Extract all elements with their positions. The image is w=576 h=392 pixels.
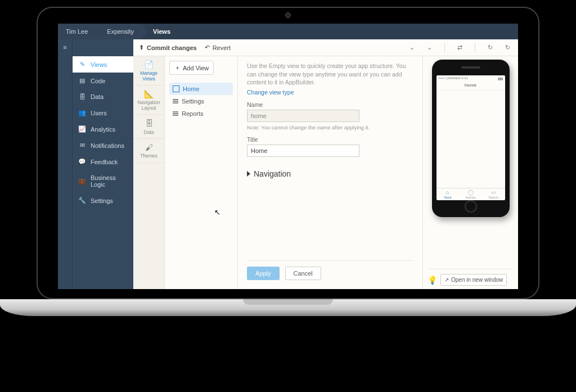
view-item-label: Settings xyxy=(182,98,204,105)
chart-icon: 📈 xyxy=(78,125,86,133)
sidebar-item-label: Feedback xyxy=(91,159,118,165)
help-text: Use the Empty view to quickly create you… xyxy=(247,62,413,87)
crumb-section[interactable]: Views xyxy=(142,24,178,39)
name-label: Name xyxy=(247,101,413,108)
reload-icon[interactable]: ↻ xyxy=(503,44,512,51)
sidebar-item-settings[interactable]: 🔧 Settings xyxy=(73,192,133,209)
sidebar-item-data[interactable]: 🗄 Data xyxy=(73,89,133,105)
name-input[interactable] xyxy=(247,110,359,122)
list-view-icon xyxy=(173,111,178,116)
sidebar-item-label: Views xyxy=(91,61,107,68)
database-icon: 🗄 xyxy=(78,93,86,100)
sidebar-item-label: Notifications xyxy=(91,142,124,149)
open-new-window-label: Open in new window xyxy=(451,277,503,283)
secnav-themes[interactable]: 🖌 Themes xyxy=(133,139,164,163)
phone-tab-bar: ⌂ Home ◯ Settings ▭ xyxy=(436,188,505,200)
secnav-data[interactable]: 🗄 Data xyxy=(133,115,164,139)
view-item-label: Reports xyxy=(182,110,204,117)
caret-right-icon xyxy=(247,171,250,177)
home-icon: ⌂ xyxy=(446,190,449,195)
empty-view-icon xyxy=(173,85,179,92)
briefcase-icon: 💼 xyxy=(78,178,86,185)
secnav-label: Data xyxy=(144,129,154,135)
view-list-panel: ＋ Add View Home Settings xyxy=(165,56,238,289)
chevron-down-icon[interactable]: ⌄ xyxy=(407,44,417,51)
plus-icon: ＋ xyxy=(174,64,181,72)
secnav-label: Navigation Layout xyxy=(137,100,160,110)
cancel-button[interactable]: Cancel xyxy=(285,267,321,280)
upload-icon: ⬆ xyxy=(139,44,144,51)
layout-icon: 📐 xyxy=(134,90,163,98)
toolbar: ⬆ Commit changes ↶ Revert ⌄ ⌄ ⇄ xyxy=(133,39,518,56)
phone-view-title: Home xyxy=(436,82,505,91)
phone-tab-reports[interactable]: ▭ Reports xyxy=(482,188,505,200)
sidebar-item-notifications[interactable]: ✉ Notifications xyxy=(73,137,133,154)
sidebar-item-users[interactable]: 👥 Users xyxy=(73,105,133,121)
phone-tab-home[interactable]: ⌂ Home xyxy=(436,188,460,200)
sidebar-item-label: Code xyxy=(91,78,105,84)
wrench-icon: 🔧 xyxy=(78,197,86,204)
hamburger-column: ≡ xyxy=(58,39,73,289)
sidebar-item-label: Settings xyxy=(91,197,113,204)
secnav-navigation-layout[interactable]: 📐 Navigation Layout xyxy=(133,85,164,115)
view-item-settings[interactable]: Settings xyxy=(169,95,233,107)
crumb-user[interactable]: Tim Lee xyxy=(58,24,96,39)
menu-icon[interactable]: ≡ xyxy=(63,44,66,289)
name-note: Note: You cannot change the name after a… xyxy=(247,124,413,130)
sidebar-item-label: Data xyxy=(91,93,104,100)
commit-label: Commit changes xyxy=(147,44,197,51)
sidebar-item-label: Business Logic xyxy=(91,174,128,188)
main-sidebar: ✎ Views ▤ Code 🗄 Data 👥 Users xyxy=(73,39,133,289)
change-view-type-link[interactable]: Change view type xyxy=(247,89,413,96)
list-view-icon xyxy=(173,99,178,103)
view-item-reports[interactable]: Reports xyxy=(169,107,233,120)
sidebar-item-label: Users xyxy=(91,110,107,116)
open-new-window-button[interactable]: ↗ Open in new window xyxy=(440,274,507,286)
users-icon: 👥 xyxy=(78,109,86,116)
preview-panel: ••••• CARRIER 9:41 ▮▮▮ Home ⌂ Home xyxy=(422,56,518,289)
chevron-down-icon[interactable]: ⌄ xyxy=(425,44,434,51)
commit-button[interactable]: ⬆ Commit changes xyxy=(139,44,197,51)
view-editor-form: Use the Empty view to quickly create you… xyxy=(238,56,422,289)
secondary-nav: 📄 Manage Views 📐 Navigation Layout 🗄 Dat… xyxy=(133,56,165,289)
sidebar-item-code[interactable]: ▤ Code xyxy=(73,73,133,89)
code-icon: ▤ xyxy=(78,77,86,84)
title-input[interactable] xyxy=(247,145,359,157)
add-view-button[interactable]: ＋ Add View xyxy=(169,61,214,75)
sidebar-item-business-logic[interactable]: 💼 Business Logic xyxy=(73,170,133,192)
revert-label: Revert xyxy=(213,44,231,51)
navigation-section-label: Navigation xyxy=(254,169,291,178)
revert-button[interactable]: ↶ Revert xyxy=(205,44,231,51)
pencil-icon: ✎ xyxy=(78,61,86,68)
navigation-section-header[interactable]: Navigation xyxy=(247,169,413,178)
secnav-manage-views[interactable]: 📄 Manage Views xyxy=(133,56,164,85)
db-icon: 🗄 xyxy=(134,119,163,128)
refresh-icon[interactable]: ↻ xyxy=(485,44,495,51)
title-label: Title xyxy=(247,136,413,143)
report-icon: ▭ xyxy=(491,190,496,195)
breadcrumb-bar: Tim Lee Expensity Views xyxy=(58,24,518,39)
gear-icon: ◯ xyxy=(468,190,474,195)
lightbulb-icon[interactable]: 💡 xyxy=(428,276,437,285)
crumb-project[interactable]: Expensity xyxy=(96,24,142,39)
apply-button[interactable]: Apply xyxy=(247,267,280,280)
add-view-label: Add View xyxy=(183,65,209,71)
swap-icon[interactable]: ⇄ xyxy=(455,44,465,51)
undo-icon: ↶ xyxy=(205,44,210,51)
sidebar-item-analytics[interactable]: 📈 Analytics xyxy=(73,121,133,137)
secnav-label: Manage Views xyxy=(140,70,158,81)
phone-preview: ••••• CARRIER 9:41 ▮▮▮ Home ⌂ Home xyxy=(432,60,510,217)
webcam xyxy=(285,12,291,18)
page-icon: 📄 xyxy=(134,61,163,69)
sidebar-item-feedback[interactable]: 💬 Feedback xyxy=(73,154,133,170)
view-item-label: Home xyxy=(183,85,199,92)
view-item-home[interactable]: Home xyxy=(169,83,233,95)
bubble-icon: 💬 xyxy=(78,158,86,165)
cursor-icon: ↖ xyxy=(214,208,220,217)
mail-icon: ✉ xyxy=(78,142,86,149)
brush-icon: 🖌 xyxy=(134,143,163,152)
sidebar-item-views[interactable]: ✎ Views xyxy=(73,56,133,73)
external-icon: ↗ xyxy=(444,277,449,283)
phone-tab-settings[interactable]: ◯ Settings xyxy=(459,188,482,200)
secnav-label: Themes xyxy=(140,153,158,159)
